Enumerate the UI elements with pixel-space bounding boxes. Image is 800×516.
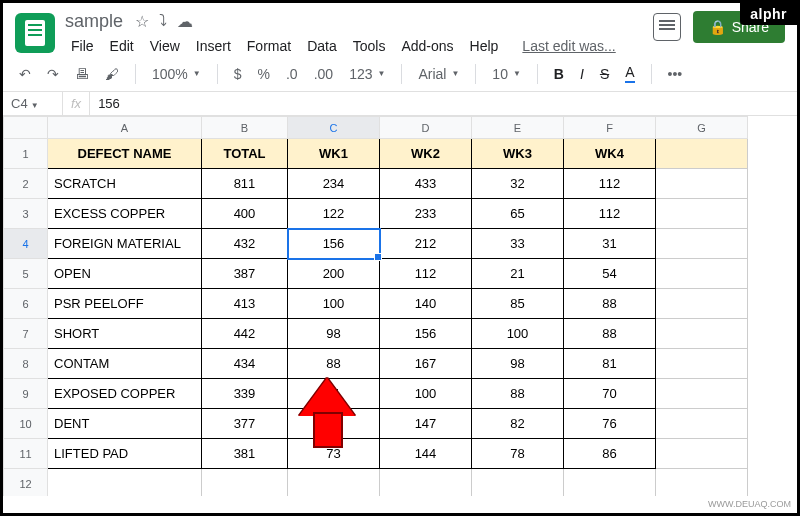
text-color-button[interactable]: A <box>621 62 638 85</box>
format-percent[interactable]: % <box>254 64 274 84</box>
cell[interactable] <box>656 469 748 497</box>
undo-icon[interactable]: ↶ <box>15 64 35 84</box>
cell[interactable] <box>656 289 748 319</box>
cell[interactable]: 100 <box>472 319 564 349</box>
cell[interactable] <box>656 229 748 259</box>
cell[interactable]: 81 <box>564 349 656 379</box>
cell[interactable] <box>656 439 748 469</box>
redo-icon[interactable]: ↷ <box>43 64 63 84</box>
column-header[interactable]: E <box>472 117 564 139</box>
row-header[interactable]: 9 <box>4 379 48 409</box>
zoom-dropdown[interactable]: 100% <box>148 64 205 84</box>
cell[interactable]: 377 <box>202 409 288 439</box>
cell[interactable]: 70 <box>564 379 656 409</box>
row-header[interactable]: 12 <box>4 469 48 497</box>
column-header[interactable]: D <box>380 117 472 139</box>
cell[interactable]: 234 <box>288 169 380 199</box>
cell[interactable]: 233 <box>380 199 472 229</box>
cell[interactable]: CONTAM <box>48 349 202 379</box>
decrease-decimal[interactable]: .0 <box>282 64 302 84</box>
column-header[interactable]: A <box>48 117 202 139</box>
cell[interactable] <box>202 469 288 497</box>
row-header[interactable]: 8 <box>4 349 48 379</box>
menu-data[interactable]: Data <box>301 36 343 56</box>
menu-addons[interactable]: Add-ons <box>395 36 459 56</box>
cell[interactable]: 76 <box>564 409 656 439</box>
cell[interactable]: 88 <box>288 349 380 379</box>
table-header-cell[interactable]: WK3 <box>472 139 564 169</box>
print-icon[interactable]: 🖶 <box>71 64 93 84</box>
cell[interactable]: 85 <box>472 289 564 319</box>
font-size-dropdown[interactable]: 10 <box>488 64 525 84</box>
cell[interactable]: 112 <box>564 169 656 199</box>
cell[interactable] <box>380 469 472 497</box>
column-header[interactable]: F <box>564 117 656 139</box>
menu-help[interactable]: Help <box>464 36 505 56</box>
menu-view[interactable]: View <box>144 36 186 56</box>
cell[interactable]: 88 <box>564 319 656 349</box>
row-header[interactable]: 11 <box>4 439 48 469</box>
cell[interactable]: 86 <box>564 439 656 469</box>
row-header[interactable]: 3 <box>4 199 48 229</box>
cell[interactable]: 811 <box>202 169 288 199</box>
cell[interactable]: 432 <box>202 229 288 259</box>
cell[interactable] <box>656 259 748 289</box>
spreadsheet-grid[interactable]: A B C D E F G 1 DEFECT NAME TOTAL WK1 WK… <box>3 116 797 496</box>
cell[interactable]: PSR PEELOFF <box>48 289 202 319</box>
cell[interactable] <box>656 349 748 379</box>
cell[interactable]: 112 <box>380 259 472 289</box>
cell[interactable]: 32 <box>472 169 564 199</box>
cell[interactable]: 339 <box>202 379 288 409</box>
paint-format-icon[interactable]: 🖌 <box>101 64 123 84</box>
cell[interactable] <box>656 409 748 439</box>
menu-insert[interactable]: Insert <box>190 36 237 56</box>
table-header-cell[interactable]: DEFECT NAME <box>48 139 202 169</box>
cell[interactable]: 200 <box>288 259 380 289</box>
cell[interactable] <box>472 469 564 497</box>
cell[interactable] <box>564 469 656 497</box>
sheets-logo-icon[interactable] <box>15 13 55 53</box>
cell[interactable]: 88 <box>472 379 564 409</box>
toolbar-more-button[interactable]: ••• <box>664 64 687 84</box>
column-header[interactable]: G <box>656 117 748 139</box>
selected-cell[interactable]: 156 <box>288 229 380 259</box>
column-header[interactable]: C <box>288 117 380 139</box>
cell[interactable]: 442 <box>202 319 288 349</box>
name-box[interactable]: C4 <box>3 92 63 115</box>
cell[interactable]: 122 <box>288 199 380 229</box>
table-header-cell[interactable]: WK4 <box>564 139 656 169</box>
select-all-corner[interactable] <box>4 117 48 139</box>
menu-tools[interactable]: Tools <box>347 36 392 56</box>
table-header-cell[interactable]: WK2 <box>380 139 472 169</box>
cell[interactable]: 100 <box>288 289 380 319</box>
cell[interactable]: SCRATCH <box>48 169 202 199</box>
menu-file[interactable]: File <box>65 36 100 56</box>
strikethrough-button[interactable]: S <box>596 64 613 84</box>
cell[interactable]: 413 <box>202 289 288 319</box>
cloud-status-icon[interactable]: ☁ <box>177 12 193 31</box>
cell[interactable]: DENT <box>48 409 202 439</box>
cell[interactable]: 212 <box>380 229 472 259</box>
cell[interactable]: 433 <box>380 169 472 199</box>
increase-decimal[interactable]: .00 <box>310 64 337 84</box>
font-dropdown[interactable]: Arial <box>414 64 463 84</box>
italic-button[interactable]: I <box>576 64 588 84</box>
cell[interactable] <box>656 379 748 409</box>
cell[interactable]: 387 <box>202 259 288 289</box>
cell[interactable] <box>656 319 748 349</box>
cell[interactable]: 381 <box>202 439 288 469</box>
cell[interactable]: 33 <box>472 229 564 259</box>
cell[interactable]: 54 <box>564 259 656 289</box>
row-header[interactable]: 7 <box>4 319 48 349</box>
cell[interactable]: 88 <box>564 289 656 319</box>
cell[interactable]: 144 <box>380 439 472 469</box>
cell[interactable]: 65 <box>472 199 564 229</box>
menu-format[interactable]: Format <box>241 36 297 56</box>
cell[interactable] <box>288 469 380 497</box>
cell[interactable]: EXPOSED COPPER <box>48 379 202 409</box>
row-header[interactable]: 2 <box>4 169 48 199</box>
menu-edit[interactable]: Edit <box>104 36 140 56</box>
row-header[interactable]: 5 <box>4 259 48 289</box>
table-header-cell[interactable]: TOTAL <box>202 139 288 169</box>
cell[interactable]: 156 <box>380 319 472 349</box>
